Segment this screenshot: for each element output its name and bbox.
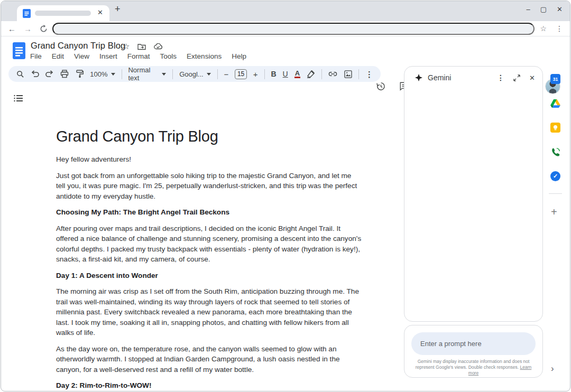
new-tab-button[interactable]: + <box>115 4 121 15</box>
gemini-panel-spark-icon <box>415 74 422 81</box>
doc-paragraph: Hey fellow adventurers! <box>56 154 362 165</box>
bookmark-star-icon[interactable]: ☆ <box>540 24 547 33</box>
expand-icon[interactable] <box>513 74 520 81</box>
gemini-menu-icon[interactable]: ⋮ <box>497 73 504 82</box>
menu-help[interactable]: Help <box>232 52 246 60</box>
font-size-input[interactable]: 15 <box>235 69 247 79</box>
move-folder-icon[interactable] <box>137 43 146 50</box>
document-title[interactable]: Grand Canyon Trip Blog <box>31 41 125 51</box>
menu-bar: File Edit View Insert Format Tools Exten… <box>30 52 246 60</box>
address-input[interactable] <box>52 23 535 35</box>
print-icon[interactable] <box>60 69 69 79</box>
docs-toolbar: 100% Normal text Googl... − 15 + B U A ⋮ <box>8 66 381 82</box>
link-icon[interactable] <box>328 69 337 79</box>
history-icon[interactable] <box>376 81 386 91</box>
back-icon[interactable]: ← <box>8 24 16 33</box>
window-maximize-button[interactable]: ▢ <box>540 6 547 13</box>
docs-header: Grand Canyon Trip Blog ☆ File Edit View … <box>1 36 570 66</box>
doc-subheading: Day 2: Rim-to-Rim-to-WOW! <box>56 380 362 391</box>
gemini-close-icon[interactable]: ✕ <box>529 74 535 82</box>
menu-insert[interactable]: Insert <box>99 52 117 60</box>
menu-tools[interactable]: Tools <box>160 52 177 60</box>
doc-paragraph: After pouring over maps and trail descri… <box>56 223 362 265</box>
docs-logo-icon[interactable] <box>13 42 25 59</box>
doc-subheading: Choosing My Path: The Bright Angel Trail… <box>56 207 362 218</box>
paragraph-style-select[interactable]: Normal text <box>128 66 166 82</box>
browser-window: ✕ + – ▢ ✕ ← → ☆ ⋮ <box>1 1 570 391</box>
drive-icon[interactable] <box>550 98 560 108</box>
docs-favicon <box>23 9 31 18</box>
gemini-prompt-card: Gemini may display inaccurate informatio… <box>404 325 543 378</box>
font-select[interactable]: Googl... <box>179 70 211 78</box>
undo-icon[interactable] <box>31 69 39 79</box>
get-add-ons-plus-icon[interactable]: + <box>551 206 557 218</box>
browser-menu-icon[interactable]: ⋮ <box>556 24 563 33</box>
menu-file[interactable]: File <box>30 52 42 60</box>
increase-font-size-button[interactable]: + <box>253 70 258 78</box>
reload-icon[interactable] <box>40 25 48 33</box>
doc-paragraph: The morning air was crisp as I set off f… <box>56 286 362 338</box>
gemini-panel-title: Gemini <box>428 73 497 82</box>
voice-phone-icon[interactable] <box>550 147 560 157</box>
decrease-font-size-button[interactable]: − <box>224 70 229 78</box>
doc-heading-title: Grand Canyon Trip Blog <box>56 128 362 145</box>
cloud-saved-icon[interactable] <box>154 43 163 50</box>
doc-subheading: Day 1: A Descent into Wonder <box>56 270 362 281</box>
window-minimize-button[interactable]: – <box>527 6 530 13</box>
document-editor-canvas[interactable]: Grand Canyon Trip Blog Hey fellow advent… <box>56 128 362 391</box>
text-color-button[interactable]: A <box>294 70 300 78</box>
menu-edit[interactable]: Edit <box>52 52 64 60</box>
menu-extensions[interactable]: Extensions <box>187 52 222 60</box>
address-bar-row: ← → ☆ ⋮ <box>1 21 570 36</box>
underline-button[interactable]: U <box>283 70 288 78</box>
paint-format-icon[interactable] <box>75 69 84 79</box>
redo-icon[interactable] <box>45 69 54 79</box>
tab-close-icon[interactable]: ✕ <box>97 8 103 16</box>
rail-divider <box>549 193 562 194</box>
calendar-icon[interactable]: 31 <box>550 74 560 84</box>
doc-paragraph: Just got back from an unforgettable solo… <box>56 171 362 202</box>
document-outline-icon[interactable] <box>14 95 23 104</box>
search-icon[interactable] <box>16 69 24 79</box>
gemini-panel: Gemini ⋮ ✕ <box>404 66 543 322</box>
gemini-prompt-input[interactable] <box>411 332 536 355</box>
tasks-icon[interactable]: ✓ <box>550 171 560 181</box>
window-close-button[interactable]: ✕ <box>557 6 563 13</box>
forward-icon[interactable]: → <box>24 24 32 33</box>
gemini-disclaimer: Gemini may display inaccurate informatio… <box>411 359 536 376</box>
doc-paragraph: As the day wore on, the temperature rose… <box>56 344 362 375</box>
menu-view[interactable]: View <box>74 52 89 60</box>
star-icon[interactable]: ☆ <box>123 42 130 51</box>
chevron-right-icon[interactable]: › <box>551 364 554 373</box>
tab-strip: ✕ + – ▢ ✕ <box>1 1 570 21</box>
menu-format[interactable]: Format <box>127 52 150 60</box>
browser-tab[interactable]: ✕ <box>17 5 109 21</box>
image-icon[interactable] <box>344 69 352 79</box>
zoom-select[interactable]: 100% <box>90 70 115 78</box>
bold-button[interactable]: B <box>271 70 276 78</box>
tab-title-placeholder <box>35 11 91 16</box>
keep-icon[interactable] <box>550 123 560 133</box>
highlight-icon[interactable] <box>307 69 315 79</box>
toolbar-more-icon[interactable]: ⋮ <box>365 70 373 78</box>
